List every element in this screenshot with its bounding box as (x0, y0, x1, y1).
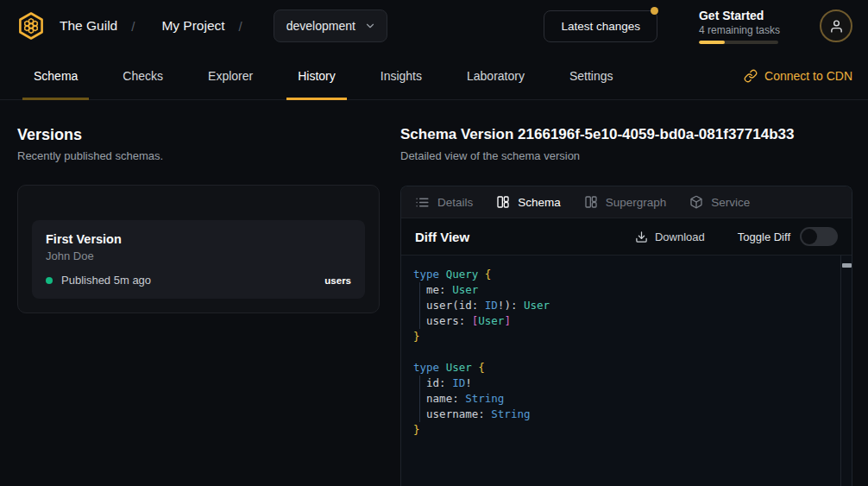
detail-tab-bar: DetailsSchemaSupergraphService (401, 186, 852, 218)
nav-tab-explorer[interactable]: Explorer (197, 52, 264, 99)
header-right: Latest changes Get Started 4 remaining t… (544, 9, 852, 44)
columns-icon (496, 195, 510, 209)
detail-tab-schema[interactable]: Schema (496, 195, 561, 209)
schema-version-subtitle: Detailed view of the schema version (400, 149, 852, 162)
versions-subtitle: Recently published schemas. (17, 149, 380, 162)
breadcrumb-separator: / (131, 19, 135, 34)
link-icon (744, 69, 758, 83)
nav-tab-laboratory[interactable]: Laboratory (456, 52, 536, 99)
version-status-row: Published 5m ago users (46, 274, 351, 287)
version-detail-column: Schema Version 2166196f-5e10-4059-bd0a-0… (400, 126, 852, 486)
detail-tab-supergraph[interactable]: Supergraph (584, 195, 667, 209)
toggle-diff-switch[interactable] (800, 227, 838, 246)
app-header: The Guild / My Project / development Lat… (0, 0, 868, 52)
hive-logo-icon[interactable] (16, 10, 47, 41)
detail-tab-label: Service (711, 196, 750, 209)
get-started-subtitle: 4 remaining tasks (699, 24, 780, 36)
code-line: id: ID! (413, 376, 834, 391)
versions-title: Versions (17, 126, 380, 144)
code-line: type Query { (413, 267, 834, 282)
code-scrollbar-thumb[interactable] (842, 263, 852, 268)
download-icon (635, 230, 648, 243)
code-scrollbar (840, 256, 852, 486)
code-line (413, 344, 834, 360)
nav-tab-history[interactable]: History (286, 52, 347, 99)
breadcrumb-org[interactable]: The Guild (60, 18, 117, 34)
code-line: } (413, 329, 834, 344)
box-icon (689, 195, 703, 209)
nav-tab-settings[interactable]: Settings (558, 52, 625, 99)
versions-column: Versions Recently published schemas. Fir… (17, 126, 380, 313)
user-icon (829, 19, 844, 34)
nav-tab-insights[interactable]: Insights (369, 52, 433, 99)
breadcrumb-project[interactable]: My Project (161, 18, 224, 34)
version-status-text: Published 5m ago (61, 274, 151, 287)
detail-tab-details[interactable]: Details (415, 195, 473, 210)
detail-tab-service[interactable]: Service (689, 195, 750, 209)
download-label: Download (655, 230, 705, 243)
schema-code-viewer[interactable]: type Query { me: User user(id: ID!): Use… (401, 256, 852, 486)
main-content: Versions Recently published schemas. Fir… (0, 100, 868, 486)
detail-tab-label: Supergraph (606, 196, 667, 209)
diff-view-title: Diff View (415, 230, 469, 244)
version-author: John Doe (46, 249, 351, 262)
code-line: username: String (413, 407, 834, 422)
code-line: me: User (413, 282, 834, 298)
toggle-diff-label: Toggle Diff (738, 230, 790, 243)
get-started-widget[interactable]: Get Started 4 remaining tasks (699, 9, 780, 44)
code-block: type Query { me: User user(id: ID!): Use… (413, 267, 834, 438)
connect-to-cdn-label: Connect to CDN (764, 69, 852, 83)
code-line: } (413, 422, 834, 438)
chevron-down-icon (364, 20, 376, 32)
nav-tab-checks[interactable]: Checks (111, 52, 174, 99)
diff-actions: Download Toggle Diff (635, 227, 838, 246)
versions-card: First Version John Doe Published 5m ago … (17, 185, 380, 313)
published-status-dot (46, 277, 53, 284)
version-list-item[interactable]: First Version John Doe Published 5m ago … (32, 220, 365, 299)
version-name: First Version (46, 232, 351, 246)
nav-tab-schema[interactable]: Schema (22, 52, 89, 99)
notification-dot (651, 7, 658, 15)
get-started-progress-track (699, 41, 778, 44)
code-line: user(id: ID!): User (413, 298, 834, 313)
get-started-title: Get Started (699, 9, 780, 22)
user-avatar[interactable] (820, 9, 852, 42)
code-line: name: String (413, 391, 834, 407)
toggle-knob (802, 229, 817, 244)
version-detail-panel: DetailsSchemaSupergraphService Diff View… (400, 186, 852, 486)
detail-tab-label: Schema (518, 196, 561, 209)
breadcrumb-separator: / (239, 19, 242, 34)
environment-select-value: development (286, 19, 355, 33)
list-icon (415, 195, 430, 210)
latest-changes-label: Latest changes (561, 20, 640, 33)
nav-tabs: SchemaChecksExplorerHistoryInsightsLabor… (22, 52, 647, 99)
download-button[interactable]: Download (635, 230, 705, 243)
service-badge: users (324, 275, 351, 286)
diff-view-header: Diff View Download Toggle Diff (401, 218, 852, 256)
code-line: users: [User] (413, 313, 834, 329)
schema-version-title: Schema Version 2166196f-5e10-4059-bd0a-0… (400, 126, 852, 143)
get-started-progress-fill (699, 41, 725, 44)
detail-tab-label: Details (437, 196, 473, 209)
environment-select[interactable]: development (274, 9, 387, 42)
latest-changes-button[interactable]: Latest changes (544, 10, 657, 42)
columns-icon (584, 195, 598, 209)
code-line: type User { (413, 360, 834, 376)
connect-to-cdn-button[interactable]: Connect to CDN (744, 52, 852, 99)
primary-nav: SchemaChecksExplorerHistoryInsightsLabor… (0, 52, 868, 100)
